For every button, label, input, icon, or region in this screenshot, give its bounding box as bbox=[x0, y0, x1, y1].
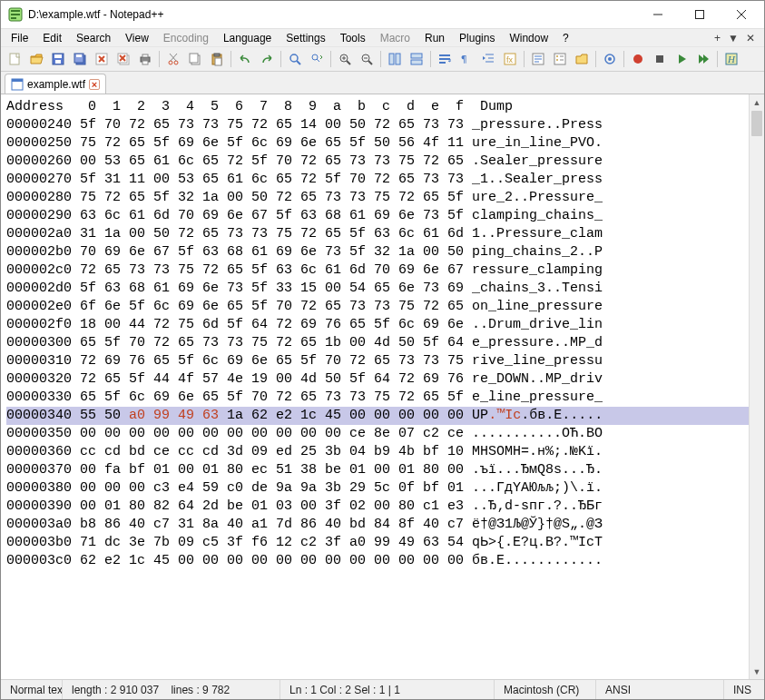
scroll-up-arrow-icon[interactable]: ▲ bbox=[750, 94, 764, 110]
redo-button[interactable] bbox=[257, 49, 277, 69]
indent-button[interactable] bbox=[478, 49, 498, 69]
hex-row: 00000340 55 50 a0 99 49 63 1a 62 e2 1c 4… bbox=[6, 407, 749, 425]
svg-text:fx: fx bbox=[506, 55, 514, 64]
scrollbar-thumb[interactable] bbox=[751, 111, 762, 136]
hex-row: 00000270 5f 31 11 00 53 65 61 6c 65 72 5… bbox=[6, 171, 749, 189]
menu-run[interactable]: Run bbox=[418, 30, 451, 46]
hex-editor[interactable]: Address 0 1 2 3 4 5 6 7 8 9 a b c d e f … bbox=[1, 94, 749, 679]
menu-close-icon[interactable]: ✕ bbox=[746, 32, 755, 44]
paste-button[interactable] bbox=[207, 49, 227, 69]
save-all-button[interactable] bbox=[70, 49, 90, 69]
svg-text:¶: ¶ bbox=[461, 54, 467, 65]
svg-rect-32 bbox=[214, 54, 220, 56]
tabstrip: example.wtf × bbox=[1, 72, 764, 94]
zoom-in-button[interactable] bbox=[335, 49, 355, 69]
monitor-button[interactable] bbox=[600, 49, 620, 69]
record-button[interactable] bbox=[628, 49, 648, 69]
hex-row: 000003c0 62 e2 1c 45 00 00 00 00 00 00 0… bbox=[6, 552, 749, 570]
svg-point-64 bbox=[556, 59, 558, 61]
find-button[interactable] bbox=[285, 49, 305, 69]
replace-button[interactable] bbox=[307, 49, 327, 69]
play-button[interactable] bbox=[672, 49, 691, 69]
close-button[interactable] bbox=[721, 1, 762, 28]
svg-rect-24 bbox=[142, 61, 148, 64]
print-button[interactable] bbox=[135, 49, 155, 69]
status-position: Ln : 1 Col : 2 Sel : 1 | 1 bbox=[280, 680, 495, 699]
highlight-button[interactable]: H bbox=[721, 49, 741, 69]
menu-file[interactable]: File bbox=[5, 30, 34, 46]
window-title: D:\example.wtf - Notepad++ bbox=[28, 8, 637, 21]
dropdown-arrow-icon[interactable]: ▼ bbox=[728, 32, 739, 44]
lang-button[interactable]: fx bbox=[500, 49, 520, 69]
hex-row: 00000290 63 6c 61 6d 70 69 6e 67 5f 63 6… bbox=[6, 207, 749, 225]
sync-v-button[interactable] bbox=[385, 49, 405, 69]
svg-rect-8 bbox=[10, 54, 19, 64]
func-list-button[interactable] bbox=[550, 49, 570, 69]
hex-row: 00000280 75 72 65 5f 32 1a 00 50 72 65 7… bbox=[6, 189, 749, 207]
status-encoding: ANSI bbox=[596, 680, 724, 699]
menu-search[interactable]: Search bbox=[70, 30, 117, 46]
svg-rect-62 bbox=[554, 54, 565, 64]
minimize-button[interactable] bbox=[637, 1, 679, 28]
zoom-out-button[interactable] bbox=[357, 49, 377, 69]
svg-rect-48 bbox=[411, 60, 422, 64]
svg-rect-30 bbox=[190, 54, 198, 63]
menu-macro[interactable]: Macro bbox=[374, 30, 417, 46]
stop-button[interactable] bbox=[650, 49, 670, 69]
svg-rect-23 bbox=[142, 54, 148, 57]
menu-view[interactable]: View bbox=[119, 30, 155, 46]
menu-settings[interactable]: Settings bbox=[280, 30, 331, 46]
scroll-down-arrow-icon[interactable]: ▼ bbox=[750, 664, 764, 679]
play-multi-button[interactable] bbox=[693, 49, 713, 69]
svg-point-68 bbox=[608, 57, 612, 61]
menu-language[interactable]: Language bbox=[217, 30, 278, 46]
menu-tools[interactable]: Tools bbox=[334, 30, 372, 46]
svg-line-39 bbox=[347, 61, 350, 64]
sync-h-button[interactable] bbox=[407, 49, 427, 69]
hex-row: 000002e0 6f 6e 5f 6c 69 6e 65 5f 70 72 6… bbox=[6, 298, 749, 316]
cut-button[interactable] bbox=[163, 49, 183, 69]
hex-row: 00000260 00 53 65 61 6c 65 72 5f 70 72 6… bbox=[6, 153, 749, 171]
tab-close-icon[interactable]: × bbox=[89, 79, 100, 90]
open-button[interactable] bbox=[26, 49, 46, 69]
svg-rect-2 bbox=[11, 14, 20, 15]
svg-line-27 bbox=[171, 54, 177, 61]
doc-map-button[interactable] bbox=[528, 49, 548, 69]
svg-point-34 bbox=[290, 54, 298, 62]
menu-help[interactable]: ? bbox=[556, 30, 575, 46]
undo-button[interactable] bbox=[235, 49, 255, 69]
svg-line-35 bbox=[297, 61, 300, 64]
hex-row: 00000350 00 00 00 00 00 00 00 00 00 00 0… bbox=[6, 425, 749, 443]
svg-rect-5 bbox=[696, 11, 704, 19]
wrap-button[interactable] bbox=[435, 49, 455, 69]
hex-row: 00000310 72 69 76 65 5f 6c 69 6e 65 5f 7… bbox=[6, 352, 749, 370]
hex-row: 00000330 65 5f 6c 69 6e 65 5f 70 72 65 7… bbox=[6, 389, 749, 407]
svg-line-28 bbox=[170, 54, 176, 61]
menu-edit[interactable]: Edit bbox=[36, 30, 68, 46]
hex-row: 00000320 72 65 5f 44 4f 57 4e 19 00 4d 5… bbox=[6, 370, 749, 389]
close-all-button[interactable] bbox=[113, 49, 133, 69]
hex-row: 00000380 00 00 00 c3 e4 59 c0 de 9a 9a 3… bbox=[6, 479, 749, 498]
folder-button[interactable] bbox=[572, 49, 592, 69]
toolbar: ¶fxH bbox=[1, 46, 764, 72]
svg-point-25 bbox=[169, 61, 172, 64]
copy-button[interactable] bbox=[185, 49, 205, 69]
menu-encoding[interactable]: Encoding bbox=[157, 30, 215, 46]
app-icon bbox=[8, 7, 23, 22]
svg-rect-1 bbox=[11, 10, 20, 12]
hex-row: 000002c0 72 65 73 73 75 72 65 5f 63 6c 6… bbox=[6, 261, 749, 280]
maximize-button[interactable] bbox=[679, 1, 721, 28]
menu-window[interactable]: Window bbox=[503, 30, 554, 46]
menu-plugins[interactable]: Plugins bbox=[453, 30, 501, 46]
vertical-scrollbar[interactable]: ▲ ▼ bbox=[749, 94, 764, 679]
hex-row: 000002b0 70 69 6e 67 5f 63 68 61 69 6e 7… bbox=[6, 243, 749, 261]
svg-line-43 bbox=[368, 61, 372, 64]
new-tab-plus-icon[interactable]: + bbox=[714, 32, 721, 44]
save-button[interactable] bbox=[48, 49, 68, 69]
file-icon bbox=[11, 78, 24, 91]
new-button[interactable] bbox=[5, 49, 25, 69]
tab-example-wtf[interactable]: example.wtf × bbox=[5, 74, 106, 94]
all-chars-button[interactable]: ¶ bbox=[456, 49, 476, 69]
svg-rect-14 bbox=[76, 54, 82, 57]
close-button[interactable] bbox=[92, 49, 112, 69]
